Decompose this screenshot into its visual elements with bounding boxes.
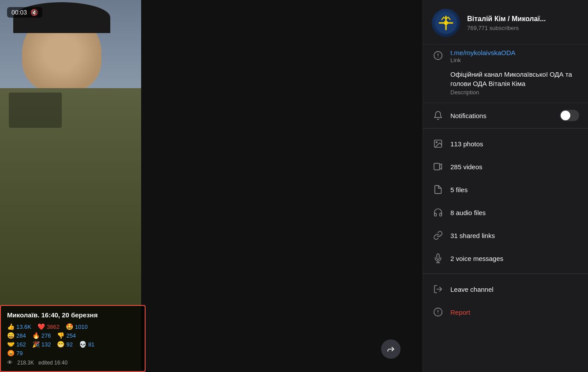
- photos-row[interactable]: 113 photos: [423, 132, 588, 155]
- share-button[interactable]: [381, 339, 401, 359]
- voice-row[interactable]: 2 voice messages: [423, 247, 588, 270]
- photos-icon: [432, 138, 444, 150]
- link-content: t.me/mykolaivskaODA Link: [450, 49, 579, 63]
- reaction-thumbsdown: 👎 254: [57, 332, 76, 339]
- channel-link[interactable]: t.me/mykolaivskaODA: [450, 49, 579, 56]
- videos-icon: [432, 160, 444, 173]
- audio-icon: [432, 206, 444, 219]
- channel-avatar: [432, 9, 460, 37]
- channel-subscribers: 769,771 subscribers: [467, 25, 579, 31]
- media-stats: 113 photos 285 videos 5 files 8 audio fi…: [423, 129, 588, 274]
- leave-icon: [432, 283, 444, 295]
- sidebar: Віталій Кім / Миколаї... 769,771 subscri…: [423, 0, 588, 372]
- videos-row[interactable]: 285 videos: [423, 155, 588, 178]
- video-title: Миколаїв. 16:40, 20 березня: [7, 311, 139, 319]
- channel-description: Офіційний канал Миколаївської ОДА та гол…: [450, 70, 579, 88]
- files-icon: [432, 183, 444, 196]
- reaction-grin: 😄 284: [7, 332, 26, 339]
- report-row[interactable]: Report: [423, 301, 588, 324]
- reactions-row-2: 😄 284 🔥 276 👎 254: [7, 332, 139, 339]
- description-label: Description: [450, 89, 579, 96]
- reaction-handshake: 🤝 162: [7, 341, 26, 348]
- reactions-row-1: 👍 13.6K ❤️ 3862 🤩 1010: [7, 323, 139, 330]
- reaction-starstruck: 🤩 1010: [66, 323, 88, 330]
- reactions-row-3: 🤝 162 🎉 132 😁 92 💀 81: [7, 341, 139, 348]
- volume-icon[interactable]: 🔇: [30, 9, 38, 16]
- info-desc-row: Офіційний канал Миколаївської ОДА та гол…: [423, 68, 588, 103]
- files-label: 5 files: [450, 186, 579, 193]
- notifications-label: Notifications: [450, 112, 560, 119]
- notifications-row: Notifications: [423, 103, 588, 128]
- video-area: 00:03 🔇 Миколаїв. 16:40, 20 березня 👍 13…: [0, 0, 423, 372]
- bell-icon: [432, 109, 444, 122]
- video-time: 00:03: [11, 9, 27, 16]
- views-icon: 👁: [7, 359, 13, 366]
- files-row[interactable]: 5 files: [423, 178, 588, 201]
- reaction-heart: ❤️ 3862: [37, 323, 60, 330]
- info-icon: [432, 49, 444, 62]
- reactions-row-4: 😡 79: [7, 350, 139, 357]
- channel-header: Віталій Кім / Миколаї... 769,771 subscri…: [423, 0, 588, 45]
- links-icon: [432, 229, 444, 242]
- reaction-fire: 🔥 276: [32, 332, 51, 339]
- actions-section: Leave channel Report: [423, 274, 588, 327]
- audio-label: 8 audio files: [450, 209, 579, 216]
- links-label: 31 shared links: [450, 232, 579, 239]
- reaction-angry: 😡 79: [7, 350, 22, 357]
- link-label: Link: [450, 57, 579, 63]
- edited-label: edited 16:40: [38, 360, 67, 366]
- report-icon: [432, 306, 444, 318]
- reactions-grid: 👍 13.6K ❤️ 3862 🤩 1010 😄 284 🔥: [7, 323, 139, 357]
- leave-channel-row[interactable]: Leave channel: [423, 278, 588, 301]
- photos-label: 113 photos: [450, 140, 579, 148]
- leave-label: Leave channel: [450, 286, 494, 293]
- links-row[interactable]: 31 shared links: [423, 224, 588, 247]
- info-link-row: t.me/mykolaivskaODA Link: [423, 45, 588, 68]
- videos-label: 285 videos: [450, 163, 579, 171]
- channel-name: Віталій Кім / Миколаї...: [467, 15, 579, 24]
- desc-content: Офіційний канал Миколаївської ОДА та гол…: [450, 70, 579, 96]
- video-meta: 👁 218.3K edited 16:40: [7, 359, 139, 366]
- svg-point-6: [436, 141, 437, 143]
- reaction-party: 🎉 132: [32, 341, 51, 348]
- video-info-overlay: Миколаїв. 16:40, 20 березня 👍 13.6K ❤️ 3…: [0, 305, 146, 372]
- audio-row[interactable]: 8 audio files: [423, 201, 588, 224]
- voice-icon: [432, 252, 444, 264]
- svg-rect-7: [434, 164, 440, 170]
- report-label: Report: [450, 309, 470, 316]
- channel-info: Віталій Кім / Миколаї... 769,771 subscri…: [467, 15, 579, 31]
- reaction-grinning: 😁 92: [57, 341, 72, 348]
- reaction-skull: 💀 81: [79, 341, 94, 348]
- video-controls: 00:03 🔇: [7, 7, 42, 18]
- notifications-toggle[interactable]: [560, 110, 579, 121]
- reaction-thumbsup: 👍 13.6K: [7, 323, 31, 330]
- svg-point-1: [444, 21, 448, 25]
- view-count: 218.3K: [17, 360, 34, 366]
- desc-spacer: [432, 70, 444, 82]
- voice-label: 2 voice messages: [450, 255, 579, 262]
